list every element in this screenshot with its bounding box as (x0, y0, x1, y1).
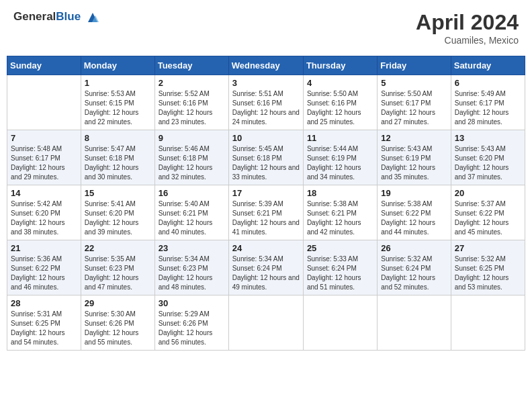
day-number: 13 (455, 133, 521, 143)
location: Cuamiles, Mexico (416, 35, 519, 46)
day-info: Sunrise: 5:52 AMSunset: 6:16 PMDaylight:… (159, 89, 225, 127)
day-info: Sunrise: 5:51 AMSunset: 6:16 PMDaylight:… (232, 89, 300, 127)
day-number: 8 (85, 133, 151, 143)
calendar-cell: 9Sunrise: 5:46 AMSunset: 6:18 PMDaylight… (154, 130, 228, 185)
week-row-1: 1Sunrise: 5:53 AMSunset: 6:15 PMDaylight… (7, 75, 525, 130)
day-number: 2 (159, 78, 225, 88)
day-info: Sunrise: 5:40 AMSunset: 6:21 PMDaylight:… (159, 199, 225, 237)
day-info: Sunrise: 5:38 AMSunset: 6:21 PMDaylight:… (307, 199, 373, 237)
calendar-cell: 27Sunrise: 5:32 AMSunset: 6:25 PMDayligh… (451, 240, 525, 295)
day-number: 18 (307, 188, 373, 198)
page-header: GeneralBlue April 2024 Cuamiles, Mexico (7, 7, 525, 49)
calendar-cell: 15Sunrise: 5:41 AMSunset: 6:20 PMDayligh… (81, 185, 154, 240)
logo: GeneralBlue (13, 10, 100, 25)
calendar-table: SundayMondayTuesdayWednesdayThursdayFrid… (7, 56, 525, 351)
day-info: Sunrise: 5:36 AMSunset: 6:22 PMDaylight:… (11, 255, 77, 292)
day-info: Sunrise: 5:37 AMSunset: 6:22 PMDaylight:… (455, 199, 521, 237)
calendar-cell: 11Sunrise: 5:44 AMSunset: 6:19 PMDayligh… (303, 130, 377, 185)
day-info: Sunrise: 5:44 AMSunset: 6:19 PMDaylight:… (307, 144, 373, 182)
title-block: April 2024 Cuamiles, Mexico (416, 10, 519, 46)
calendar-cell: 19Sunrise: 5:38 AMSunset: 6:22 PMDayligh… (378, 185, 451, 240)
calendar-cell: 3Sunrise: 5:51 AMSunset: 6:16 PMDaylight… (228, 75, 303, 130)
day-info: Sunrise: 5:50 AMSunset: 6:17 PMDaylight:… (381, 89, 447, 127)
calendar-cell (378, 295, 451, 351)
calendar-cell: 18Sunrise: 5:38 AMSunset: 6:21 PMDayligh… (303, 185, 377, 240)
calendar-cell (7, 75, 81, 130)
day-info: Sunrise: 5:43 AMSunset: 6:19 PMDaylight:… (381, 144, 447, 182)
weekday-header-tuesday: Tuesday (154, 56, 228, 75)
day-number: 16 (159, 188, 225, 198)
calendar-cell: 21Sunrise: 5:36 AMSunset: 6:22 PMDayligh… (7, 240, 81, 295)
day-info: Sunrise: 5:46 AMSunset: 6:18 PMDaylight:… (159, 144, 225, 182)
day-info: Sunrise: 5:34 AMSunset: 6:23 PMDaylight:… (159, 255, 225, 292)
calendar-cell: 28Sunrise: 5:31 AMSunset: 6:25 PMDayligh… (7, 295, 81, 351)
day-number: 19 (381, 188, 447, 198)
calendar-cell: 5Sunrise: 5:50 AMSunset: 6:17 PMDaylight… (378, 75, 451, 130)
calendar-cell: 14Sunrise: 5:42 AMSunset: 6:20 PMDayligh… (7, 185, 81, 240)
day-number: 29 (85, 298, 151, 308)
day-number: 22 (85, 243, 151, 253)
week-row-3: 14Sunrise: 5:42 AMSunset: 6:20 PMDayligh… (7, 185, 525, 240)
day-number: 17 (232, 188, 300, 198)
weekday-header-sunday: Sunday (7, 56, 81, 75)
logo-text: GeneralBlue (13, 10, 100, 25)
day-info: Sunrise: 5:31 AMSunset: 6:25 PMDaylight:… (11, 310, 77, 347)
day-number: 23 (159, 243, 225, 253)
day-info: Sunrise: 5:39 AMSunset: 6:21 PMDaylight:… (232, 199, 300, 237)
day-number: 4 (307, 78, 373, 88)
day-number: 14 (11, 188, 77, 198)
calendar-cell: 16Sunrise: 5:40 AMSunset: 6:21 PMDayligh… (154, 185, 228, 240)
weekday-header-wednesday: Wednesday (228, 56, 303, 75)
weekday-header-friday: Friday (378, 56, 451, 75)
weekday-header-thursday: Thursday (303, 56, 377, 75)
day-number: 30 (159, 298, 225, 308)
day-info: Sunrise: 5:32 AMSunset: 6:24 PMDaylight:… (381, 255, 447, 292)
weekday-header-row: SundayMondayTuesdayWednesdayThursdayFrid… (7, 56, 525, 75)
day-number: 28 (11, 298, 77, 308)
day-info: Sunrise: 5:35 AMSunset: 6:23 PMDaylight:… (85, 255, 151, 292)
day-info: Sunrise: 5:48 AMSunset: 6:17 PMDaylight:… (11, 144, 77, 182)
calendar-cell: 20Sunrise: 5:37 AMSunset: 6:22 PMDayligh… (451, 185, 525, 240)
calendar-cell: 8Sunrise: 5:47 AMSunset: 6:18 PMDaylight… (81, 130, 154, 185)
day-info: Sunrise: 5:53 AMSunset: 6:15 PMDaylight:… (85, 89, 151, 127)
day-info: Sunrise: 5:49 AMSunset: 6:17 PMDaylight:… (455, 89, 521, 127)
day-number: 24 (232, 243, 300, 253)
day-number: 10 (232, 133, 300, 143)
day-info: Sunrise: 5:41 AMSunset: 6:20 PMDaylight:… (85, 199, 151, 237)
day-number: 9 (159, 133, 225, 143)
calendar-cell: 22Sunrise: 5:35 AMSunset: 6:23 PMDayligh… (81, 240, 154, 295)
calendar-cell (303, 295, 377, 351)
day-info: Sunrise: 5:42 AMSunset: 6:20 PMDaylight:… (11, 199, 77, 237)
weekday-header-monday: Monday (81, 56, 154, 75)
day-number: 6 (455, 78, 521, 88)
calendar-cell: 23Sunrise: 5:34 AMSunset: 6:23 PMDayligh… (154, 240, 228, 295)
calendar-cell: 17Sunrise: 5:39 AMSunset: 6:21 PMDayligh… (228, 185, 303, 240)
calendar-cell (228, 295, 303, 351)
day-number: 15 (85, 188, 151, 198)
day-info: Sunrise: 5:45 AMSunset: 6:18 PMDaylight:… (232, 144, 300, 182)
day-number: 27 (455, 243, 521, 253)
calendar-cell: 6Sunrise: 5:49 AMSunset: 6:17 PMDaylight… (451, 75, 525, 130)
day-number: 1 (85, 78, 151, 88)
day-info: Sunrise: 5:30 AMSunset: 6:26 PMDaylight:… (85, 310, 151, 347)
day-info: Sunrise: 5:43 AMSunset: 6:20 PMDaylight:… (455, 144, 521, 182)
day-number: 7 (11, 133, 77, 143)
calendar-cell: 13Sunrise: 5:43 AMSunset: 6:20 PMDayligh… (451, 130, 525, 185)
day-number: 20 (455, 188, 521, 198)
day-info: Sunrise: 5:29 AMSunset: 6:26 PMDaylight:… (159, 310, 225, 347)
day-info: Sunrise: 5:47 AMSunset: 6:18 PMDaylight:… (85, 144, 151, 182)
calendar-cell: 25Sunrise: 5:33 AMSunset: 6:24 PMDayligh… (303, 240, 377, 295)
calendar-cell: 1Sunrise: 5:53 AMSunset: 6:15 PMDaylight… (81, 75, 154, 130)
day-number: 11 (307, 133, 373, 143)
week-row-4: 21Sunrise: 5:36 AMSunset: 6:22 PMDayligh… (7, 240, 525, 295)
calendar-cell: 2Sunrise: 5:52 AMSunset: 6:16 PMDaylight… (154, 75, 228, 130)
calendar-cell: 29Sunrise: 5:30 AMSunset: 6:26 PMDayligh… (81, 295, 154, 351)
calendar-cell: 12Sunrise: 5:43 AMSunset: 6:19 PMDayligh… (378, 130, 451, 185)
day-info: Sunrise: 5:32 AMSunset: 6:25 PMDaylight:… (455, 255, 521, 292)
day-info: Sunrise: 5:50 AMSunset: 6:16 PMDaylight:… (307, 89, 373, 127)
day-info: Sunrise: 5:38 AMSunset: 6:22 PMDaylight:… (381, 199, 447, 237)
day-number: 21 (11, 243, 77, 253)
day-number: 12 (381, 133, 447, 143)
day-info: Sunrise: 5:33 AMSunset: 6:24 PMDaylight:… (307, 255, 373, 292)
week-row-2: 7Sunrise: 5:48 AMSunset: 6:17 PMDaylight… (7, 130, 525, 185)
